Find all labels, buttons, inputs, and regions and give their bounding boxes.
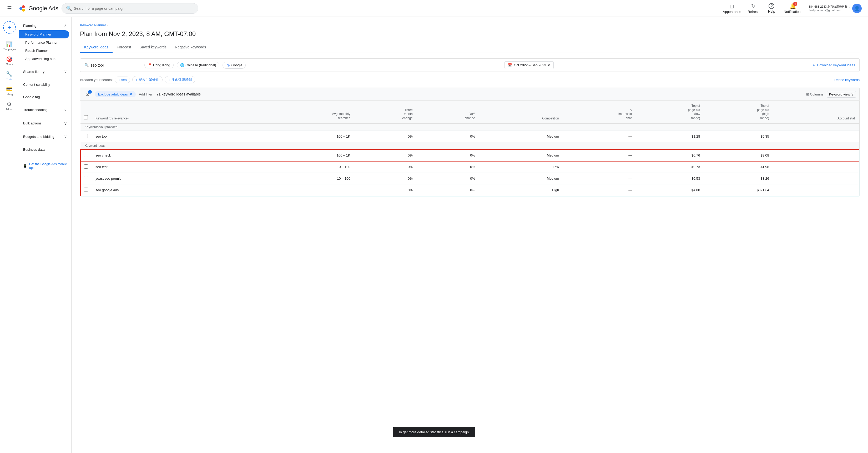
sidebar-icon-tools[interactable]: 🔧 Tools <box>5 69 14 83</box>
mobile-app-link[interactable]: 📱 Get the Google Ads mobile app <box>19 158 71 174</box>
sidebar-section-budgets-bidding-header[interactable]: Budgets and bidding ∨ <box>19 132 71 141</box>
sidebar-section-planning-header[interactable]: Planning ∧ <box>19 21 71 30</box>
sidebar-section-troubleshooting-header[interactable]: Troubleshooting ∨ <box>19 105 71 115</box>
search-input[interactable] <box>74 6 194 10</box>
row-checkbox-yoast[interactable] <box>84 176 88 180</box>
three-month-seo-tool: 0% <box>354 131 417 142</box>
sidebar-section-google-tag-header[interactable]: Google tag <box>19 93 71 101</box>
section-provided-row: Keywords you provided <box>81 124 859 131</box>
sidebar-icon-campaigns[interactable]: 📊 Campaigns <box>2 39 17 53</box>
filter-badge-button[interactable]: ⧖ 1 <box>83 90 92 98</box>
appearance-button[interactable]: ◻ Appearance <box>721 2 743 15</box>
row-checkbox-seo-google-ads[interactable] <box>84 187 88 192</box>
date-range-filter[interactable]: 📅 Oct 2022 – Sep 2023 ∨ <box>504 61 554 69</box>
yoy-seo-check: 0% <box>417 149 479 161</box>
mobile-app-label: Get the Google Ads mobile app <box>29 162 67 170</box>
sidebar-section-bulk-actions-header[interactable]: Bulk actions ∨ <box>19 119 71 128</box>
sidebar-item-keyword-planner[interactable]: Keyword Planner <box>19 30 69 38</box>
download-icon: ⬇ <box>812 63 815 67</box>
hamburger-menu[interactable]: ☰ <box>4 3 15 14</box>
three-month-seo-check: 0% <box>354 149 417 161</box>
tab-saved-keywords[interactable]: Saved keywords <box>135 42 171 53</box>
search-bar[interactable]: 🔍 <box>62 3 198 14</box>
app-logo: Google Ads <box>18 4 58 12</box>
sidebar-icon-admin[interactable]: ⚙ Admin <box>4 99 14 113</box>
main-content: Keyword Planner › Plan from Nov 2, 2023,… <box>71 17 868 453</box>
view-select[interactable]: Keyword view ∨ <box>827 91 856 98</box>
header-keyword[interactable]: Keyword (by relevance) <box>91 101 266 124</box>
notifications-button[interactable]: 🔔 1 Notifications <box>781 2 804 15</box>
avatar[interactable]: 👤 <box>852 4 862 13</box>
user-menu[interactable]: 384-683-2933 北京快用云科技... finalphantom@gma… <box>806 3 864 14</box>
create-button[interactable]: + <box>3 21 16 34</box>
filter-count-badge: 1 <box>88 90 92 94</box>
notification-count: 1 <box>793 2 797 6</box>
select-all-checkbox[interactable] <box>84 115 88 119</box>
download-label: Download keyword ideas <box>817 63 855 67</box>
tab-keyword-ideas[interactable]: Keyword ideas <box>80 42 113 53</box>
search-filter-icon: 🔍 <box>85 63 89 67</box>
section-ideas-row: Keyword ideas <box>81 142 859 150</box>
bid-low-yoast: $0.53 <box>636 173 704 184</box>
tab-forecast[interactable]: Forecast <box>113 42 135 53</box>
keywords-table-wrap: Keyword (by relevance) Avg. monthlysearc… <box>80 100 860 197</box>
refresh-button[interactable]: ↻ Refresh <box>745 2 762 15</box>
sidebar-section-shared-library-header[interactable]: Shared library ∨ <box>19 67 71 76</box>
header-three-month[interactable]: Threemonthchange <box>354 101 417 124</box>
header-top-bid-low[interactable]: Top ofpage bid(lowrange) <box>636 101 704 124</box>
help-button[interactable]: ? Help <box>764 2 779 14</box>
table-row: seo check 100 – 1K 0% 0% Medium — $0.76 … <box>81 149 859 161</box>
exclude-adult-close-icon[interactable]: ✕ <box>129 92 132 96</box>
app-advertising-hub-label: App advertising hub <box>25 57 56 61</box>
sidebar-icon-goals[interactable]: 🎯 Goals <box>5 54 14 68</box>
language-filter[interactable]: 🌐 Chinese (traditional) <box>177 62 219 68</box>
row-checkbox-seo-test[interactable] <box>84 164 88 169</box>
search-filter[interactable]: 🔍 <box>85 63 141 67</box>
breadcrumb-keyword-planner[interactable]: Keyword Planner <box>80 23 106 27</box>
network-filter[interactable]: Google <box>222 62 246 69</box>
location-filter[interactable]: 📍 Hong Kong <box>145 62 174 68</box>
yoy-seo-google-ads: 0% <box>417 184 479 196</box>
sidebar-item-performance-planner[interactable]: Performance Planner <box>19 38 69 47</box>
yoy-seo-tool: 0% <box>417 131 479 142</box>
bid-high-seo-test: $1.98 <box>704 161 774 173</box>
row-checkbox-seo-tool[interactable] <box>84 134 88 138</box>
sidebar-section-budgets-bidding: Budgets and bidding ∨ <box>19 130 71 143</box>
sidebar-section-content-suitability-header[interactable]: Content suitability <box>19 81 71 89</box>
header-top-bid-high[interactable]: Top ofpage bid(highrange) <box>704 101 774 124</box>
header-impression-share[interactable]: Aimpressioshar <box>563 101 636 124</box>
columns-button[interactable]: ⊞ Columns <box>806 92 824 96</box>
row-checkbox-seo-check[interactable] <box>84 153 88 157</box>
competition-yoast: Medium <box>479 173 563 184</box>
goals-icon-label: Goals <box>6 63 12 66</box>
google-icon <box>226 63 230 67</box>
refine-keywords-button[interactable]: Refine keywords <box>834 78 860 82</box>
sidebar-section-business-data-header[interactable]: Business data <box>19 146 71 154</box>
header-account-status[interactable]: Account stat <box>773 101 859 124</box>
location-icon: 📍 <box>148 63 152 67</box>
header-checkbox[interactable] <box>81 101 91 124</box>
tab-negative-keywords[interactable]: Negative keywords <box>171 42 210 53</box>
top-navigation: ☰ Google Ads 🔍 ◻ Appearance ↻ Refresh ? … <box>0 0 868 17</box>
bid-high-seo-tool: $5.35 <box>704 131 774 142</box>
broaden-tag-search-engine-optimization[interactable]: + 搜索引擎優化 <box>132 76 163 83</box>
header-yoy[interactable]: YoYchange <box>417 101 479 124</box>
broaden-tag-seo[interactable]: + seo <box>115 77 130 83</box>
header-competition[interactable]: Competition <box>479 101 563 124</box>
sidebar-item-reach-planner[interactable]: Reach Planner <box>19 47 69 55</box>
nav-actions: ◻ Appearance ↻ Refresh ? Help 🔔 1 Notifi… <box>721 2 864 15</box>
keyword-search-input[interactable] <box>91 63 137 67</box>
header-avg-monthly[interactable]: Avg. monthlysearches <box>266 101 354 124</box>
exclude-adult-label: Exclude adult ideas <box>98 92 128 96</box>
status-seo-test <box>773 161 859 173</box>
page-title: Plan from Nov 2, 2023, 8 AM, GMT-07:00 <box>80 30 860 38</box>
appearance-label: Appearance <box>723 10 741 14</box>
sidebar-icon-billing[interactable]: 💳 Billing <box>5 84 14 98</box>
add-filter-button[interactable]: Add filter <box>139 92 152 96</box>
download-keyword-ideas-button[interactable]: ⬇ Download keyword ideas <box>812 63 855 67</box>
sidebar-item-app-advertising-hub[interactable]: App advertising hub <box>19 55 69 63</box>
broaden-tag-search-engine-marketing[interactable]: + 搜索引擎營銷 <box>165 76 195 83</box>
exclude-adult-ideas-chip[interactable]: Exclude adult ideas ✕ <box>95 91 136 97</box>
date-range-value: Oct 2022 – Sep 2023 <box>514 63 546 67</box>
status-yoast <box>773 173 859 184</box>
